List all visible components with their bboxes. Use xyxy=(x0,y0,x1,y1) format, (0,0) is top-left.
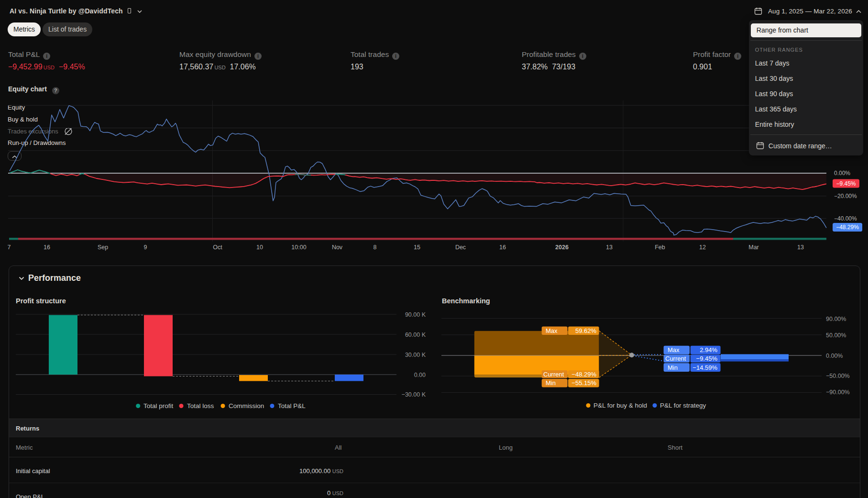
svg-text:−48.29%: −48.29% xyxy=(836,224,859,231)
svg-text:59.62%: 59.62% xyxy=(575,327,597,334)
svg-text:Total loss: Total loss xyxy=(187,402,214,409)
svg-text:0.00%: 0.00% xyxy=(834,170,850,177)
svg-text:−30.00 K: −30.00 K xyxy=(402,391,426,398)
svg-text:15: 15 xyxy=(414,244,420,251)
svg-text:−50.00%: −50.00% xyxy=(826,373,850,379)
svg-text:Total profit: Total profit xyxy=(143,402,174,409)
svg-text:Oct: Oct xyxy=(213,244,222,251)
svg-text:P&L for buy & hold: P&L for buy & hold xyxy=(593,402,647,409)
svg-text:Feb: Feb xyxy=(655,244,665,251)
svg-text:10: 10 xyxy=(256,244,263,251)
svg-text:2.94%: 2.94% xyxy=(700,346,717,354)
svg-text:10:00: 10:00 xyxy=(291,244,306,251)
svg-text:50.00%: 50.00% xyxy=(826,332,846,339)
svg-text:Commission: Commission xyxy=(229,402,264,409)
svg-text:13: 13 xyxy=(606,244,613,251)
svg-text:Max: Max xyxy=(668,346,680,354)
svg-text:P&L for strategy: P&L for strategy xyxy=(660,402,706,409)
svg-text:Min: Min xyxy=(668,364,678,371)
svg-text:−90.00%: −90.00% xyxy=(826,389,850,396)
svg-text:Total P&L: Total P&L xyxy=(278,402,306,409)
svg-text:Mar: Mar xyxy=(748,244,759,251)
svg-text:13: 13 xyxy=(797,244,804,251)
svg-text:16: 16 xyxy=(499,244,506,251)
svg-text:Current: Current xyxy=(543,371,564,378)
svg-text:0.00: 0.00 xyxy=(414,372,426,378)
svg-text:Sep: Sep xyxy=(98,244,108,251)
svg-text:Dec: Dec xyxy=(455,244,466,251)
svg-text:Nov: Nov xyxy=(332,244,343,251)
svg-text:−40.00%: −40.00% xyxy=(834,215,857,222)
svg-text:90.00%: 90.00% xyxy=(826,316,846,322)
svg-text:16: 16 xyxy=(44,244,50,251)
svg-text:30.00 K: 30.00 K xyxy=(405,352,426,358)
svg-text:90.00 K: 90.00 K xyxy=(405,311,426,318)
svg-text:2026: 2026 xyxy=(555,244,569,251)
svg-text:−9.45%: −9.45% xyxy=(836,180,856,187)
svg-text:Current: Current xyxy=(665,355,686,362)
svg-text:Max: Max xyxy=(546,327,558,334)
svg-text:−48.29%: −48.29% xyxy=(571,371,596,378)
svg-text:Min: Min xyxy=(546,379,556,387)
svg-text:−20.00%: −20.00% xyxy=(834,193,857,199)
svg-text:7: 7 xyxy=(8,244,11,251)
svg-text:8: 8 xyxy=(374,244,377,251)
svg-text:0.00%: 0.00% xyxy=(826,353,843,359)
svg-text:−55.15%: −55.15% xyxy=(571,379,596,387)
svg-text:60.00 K: 60.00 K xyxy=(405,332,426,338)
svg-text:12: 12 xyxy=(699,244,706,251)
svg-text:9: 9 xyxy=(144,244,147,251)
svg-text:−14.59%: −14.59% xyxy=(692,364,717,371)
svg-text:−9.45%: −9.45% xyxy=(696,355,718,362)
